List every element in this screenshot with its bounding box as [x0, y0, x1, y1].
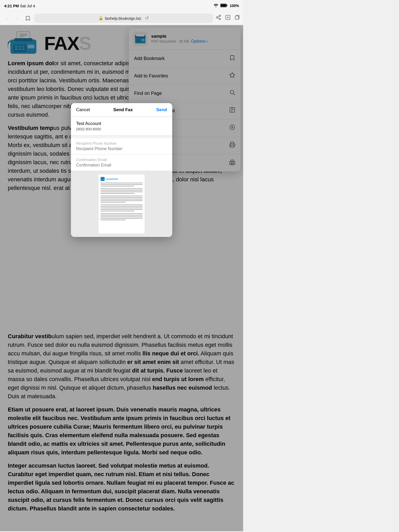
account-section: Test Account (800) 800-8000	[71, 117, 172, 136]
cancel-button[interactable]: Cancel	[76, 107, 90, 112]
preview-line	[101, 216, 143, 217]
preview-line	[101, 202, 126, 203]
svg-rect-43	[101, 179, 102, 180]
modal-overlay: Cancel Send Fax Send Test Account (800) …	[0, 25, 243, 531]
browser-chrome: ‹ › 🔒 faxhelp.bludesign.biz ↺	[0, 11, 243, 25]
recipient-phone-field: Recipient Phone Number	[71, 138, 172, 155]
svg-rect-42	[101, 178, 104, 179]
svg-rect-6	[235, 16, 239, 19]
svg-rect-1	[227, 5, 227, 6]
status-right: 100%	[214, 4, 239, 8]
account-name: Test Account	[76, 121, 167, 126]
preview-text-lines	[101, 183, 143, 220]
preview-line	[101, 193, 134, 194]
status-bar: 4:21 PM Sat Jul 4 100%	[0, 0, 243, 11]
preview-document: FAXSERVER	[98, 174, 145, 234]
modal-preview: FAXSERVER	[71, 171, 172, 237]
reload-icon[interactable]: ↺	[145, 15, 149, 21]
preview-line	[101, 197, 143, 198]
battery-pct: 100%	[230, 4, 239, 8]
wifi-icon	[214, 4, 218, 8]
preview-line	[101, 196, 143, 196]
bookmarks-button[interactable]	[24, 14, 32, 22]
new-tab-button[interactable]	[225, 15, 231, 22]
modal-title: Send Fax	[113, 107, 133, 112]
preview-line	[101, 200, 143, 201]
preview-line	[101, 184, 143, 185]
confirmation-email-input[interactable]	[76, 163, 167, 168]
confirmation-email-field: Confirmation Email	[71, 155, 172, 171]
modal-spacer	[71, 136, 172, 138]
preview-line	[101, 211, 134, 211]
preview-line	[101, 220, 126, 220]
modal-header: Cancel Send Fax Send	[71, 103, 172, 117]
preview-line	[101, 188, 143, 189]
confirmation-email-label: Confirmation Email	[76, 158, 167, 162]
svg-rect-2	[221, 4, 226, 6]
preview-line	[101, 204, 143, 205]
preview-line	[101, 215, 143, 216]
preview-faxserver-header: FAXSERVER	[101, 177, 143, 181]
preview-line	[101, 199, 143, 200]
page-content: FAXS Lorem ipsum dolor sit amet, consect…	[0, 25, 243, 531]
svg-rect-44	[103, 179, 104, 180]
battery-icon	[220, 4, 228, 8]
send-button[interactable]: Send	[156, 107, 167, 112]
back-button[interactable]: ‹	[3, 14, 11, 22]
preview-line	[101, 209, 143, 210]
preview-line	[101, 208, 143, 208]
preview-line	[101, 186, 134, 187]
status-time: 4:21 PM	[4, 4, 19, 8]
status-date: Sat Jul 4	[20, 4, 35, 8]
account-phone: (800) 800-8000	[76, 127, 167, 131]
preview-line	[101, 191, 143, 192]
tabs-button[interactable]	[234, 15, 240, 22]
address-bar[interactable]: 🔒 faxhelp.bludesign.biz ↺	[34, 14, 213, 23]
lock-icon: 🔒	[98, 16, 103, 21]
preview-line	[101, 213, 143, 214]
preview-line	[101, 183, 143, 183]
preview-faxserver-logo	[101, 177, 105, 181]
preview-line	[101, 218, 143, 219]
preview-line	[101, 206, 143, 207]
recipient-phone-input[interactable]	[76, 147, 167, 151]
url-text: faxhelp.bludesign.biz	[105, 16, 141, 21]
send-fax-modal: Cancel Send Fax Send Test Account (800) …	[71, 103, 172, 237]
faxserver-text: FAXSERVER	[106, 178, 118, 180]
forward-button[interactable]: ›	[14, 14, 21, 22]
preview-line	[101, 190, 143, 191]
browser-actions	[216, 15, 240, 22]
share-button[interactable]	[216, 15, 221, 22]
recipient-phone-label: Recipient Phone Number	[76, 141, 167, 145]
